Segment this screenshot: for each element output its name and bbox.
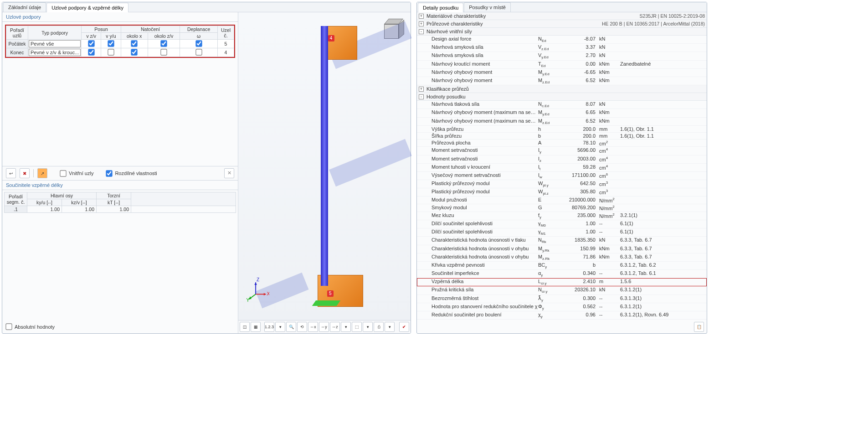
chk-0[interactable] [88,49,94,55]
tab-posudky-miste[interactable]: Posudky v místě [464,2,511,12]
svg-text:Y: Y [247,298,250,303]
vb-2[interactable]: ▦ [251,322,261,332]
tab-detaily[interactable]: Detaily posudku [418,3,463,12]
typ-podpory-dropdown[interactable]: Pevné v z/v & krouc... [28,48,82,57]
vb-10[interactable]: ▾ [341,322,351,332]
group-Materiálové charakteristiky[interactable]: +Materiálové charakteristikyS235JR | EN … [417,12,707,20]
data-row: Bezrozměrná štíhlostλ̄y0.300--6.3.1.3(1) [417,295,707,303]
vb-13[interactable]: ⎙ [374,322,384,332]
vb-12[interactable]: ▾ [363,322,373,332]
data-row: Návrhový ohybový momentMz.Ed6.52kNm [417,77,707,85]
chk-1[interactable] [108,49,114,55]
uzlove-table[interactable]: Pořadí uzlů Typ podpory Posun Natočení D… [6,26,234,57]
data-row: Moment setrvačnostiIy5696.00cm4 [417,147,707,155]
data-row: Charakteristická hodnota únosnosti v tla… [417,237,707,245]
data-row: Smykový modulG80769.200N/mm2 [417,204,707,212]
chk-4[interactable] [195,40,202,47]
coef-kt[interactable]: 1.00 [97,206,131,213]
close-btn[interactable]: ✕ [224,168,234,178]
data-row: Návrhová smyková sílaVz.Ed3.37kN [417,44,707,52]
coef-table[interactable]: Pořadí segm. č. Hlavní osy Torzní ky/u [… [4,192,236,213]
axis-gizmo: X Y Z [244,277,269,303]
data-row: Šířka průřezub200.0mm1.6(1), Obr. 1.1 [417,133,707,140]
vb-14[interactable]: ▾ [385,322,395,332]
data-row: Moment tuhosti v krouceníIt59.28cm4 [417,164,707,172]
data-row: Plastický průřezový modulWpl.y642.50cm3 [417,180,707,188]
vb-11[interactable]: ⬚ [352,322,362,332]
chk-absolutni[interactable] [5,323,12,330]
lbl-absolutni: Absolutní hodnoty [15,324,55,330]
tab-uzlove[interactable]: Uzlové podpory & vzpěrné délky [46,3,128,12]
chk-0[interactable] [88,40,94,47]
data-row: Design axial forceNEd-8.07kN [417,36,707,44]
data-row: Návrhová tlaková sílaNc.Ed8.07kN [417,101,707,109]
data-row: Dílčí součinitel spolehlivostiγM11.00--6… [417,228,707,237]
tab-zakladni[interactable]: Základní údaje [3,2,46,12]
results-tree[interactable]: +Materiálové charakteristikyS235JR | EN … [417,12,707,321]
coef-kyu[interactable]: 1.00 [27,206,62,213]
tool-select-node[interactable]: ↗ [37,168,47,178]
view-toolbar: ◫ ▦ 1.2.3 ▾ 🔍 ⟲ ↔x ↔y ↔z ▾ ⬚ ▾ ⎙ ▾ ✔ [238,320,411,333]
uzlove-table-highlight: Pořadí uzlů Typ podpory Posun Natočení D… [5,25,235,58]
chk-1[interactable] [108,40,114,47]
data-row: Návrhový ohybový momentMy.Ed-6.65kNm [417,69,707,77]
data-row: Návrhový ohybový moment (maximum na segm… [417,118,707,126]
chk-3[interactable] [160,40,167,47]
vb-6[interactable]: ⟲ [297,322,307,332]
chk-rozdilne-vlastnosti[interactable] [106,170,113,176]
data-row: Hodnota pro stanovení redukčního součini… [417,303,707,311]
column-3d [321,26,328,286]
typ-podpory-dropdown[interactable]: Pevné vše [28,40,82,48]
node-4: 4 [328,35,334,41]
vb-8[interactable]: ↔y [319,322,329,332]
data-row: Vzpěrná délkaLcr.y2.410m1.5.6 [417,278,707,286]
viewport-3d[interactable]: 4 5 X Y Z [238,12,411,320]
data-row: Návrhový ohybový moment (maximum na segm… [417,109,707,117]
data-row: Redukční součinitel pro bouleníχy0.96--6… [417,311,707,320]
data-row: Plastický průřezový modulWpl.z305.80cm3 [417,188,707,196]
data-row: Charakteristická hodnota únosnosti v ohy… [417,253,707,262]
lbl-vnitrni-uzly: Vnitřní uzly [69,171,93,176]
copy-btn[interactable]: 📋 [694,322,704,332]
vb-3[interactable]: 1.2.3 [264,322,274,332]
vb-1[interactable]: ◫ [240,322,250,332]
group-Klasifikace průřezů[interactable]: +Klasifikace průřezů [417,85,707,93]
chk-2[interactable] [131,49,138,55]
group-Průřezové charakteristiky[interactable]: +Průřezové charakteristikyHE 200 B | EN … [417,20,707,28]
data-row: Moment setrvačnostiIz2003.00cm4 [417,155,707,164]
node-5: 5 [327,290,334,297]
vb-4[interactable]: ▾ [275,322,285,332]
data-row: Křivka vzpěrné pevnostiBCyb6.3.1.2, Tab.… [417,262,707,270]
tool-arrow-left[interactable]: ↩ [6,168,16,178]
group-Hodnoty posudku[interactable]: -Hodnoty posudku [417,93,707,101]
data-row: Návrhová smyková sílaVy.Ed2.70kN [417,52,707,60]
vb-ok[interactable]: ✔ [399,322,409,332]
section-uzlove-podpory: Uzlové podpory [2,12,238,22]
data-row: Charakteristická hodnota únosnosti v ohy… [417,245,707,253]
group-Návrhové vnitřní síly[interactable]: -Návrhové vnitřní síly [417,28,707,36]
chk-3[interactable] [160,49,167,55]
chk-2[interactable] [131,40,138,47]
data-row: Mez kluzufy235.000N/mm23.2.1(1) [417,212,707,220]
data-row: Výsečový moment setrvačnostiIw171100.00c… [417,172,707,180]
data-row: Dílčí součinitel spolehlivostiγM01.00--6… [417,220,707,228]
svg-marker-5 [254,282,257,285]
vb-9[interactable]: ↔z [330,322,340,332]
data-row: Součinitel imperfekceαy0.340--6.3.1.2, T… [417,270,707,278]
chk-4[interactable] [195,49,202,55]
section-coef: Součinitele vzpěrné délky [2,181,238,190]
coef-kzv[interactable]: 1.00 [62,206,97,213]
svg-text:Z: Z [257,277,259,282]
vb-7[interactable]: ↔x [308,322,318,332]
tool-delete[interactable]: ✖ [20,168,30,178]
vb-5[interactable]: 🔍 [286,322,296,332]
data-row: Pružná kritická sílaNcr.y20326.10kN6.3.1… [417,286,707,295]
svg-marker-1 [264,293,266,296]
data-row: Výška průřezuh200.0mm1.6(1), Obr. 1.1 [417,126,707,133]
coef-seg: .1 [5,206,27,213]
data-row: Průřezová plochaA78.10cm2 [417,140,707,147]
svg-text:X: X [267,291,269,296]
chk-vnitrni-uzly[interactable] [60,170,66,176]
data-row: Modul pružnostiE210000.000N/mm2 [417,196,707,204]
lbl-rozdilne-vlastnosti: Rozdílné vlastnosti [115,171,157,176]
